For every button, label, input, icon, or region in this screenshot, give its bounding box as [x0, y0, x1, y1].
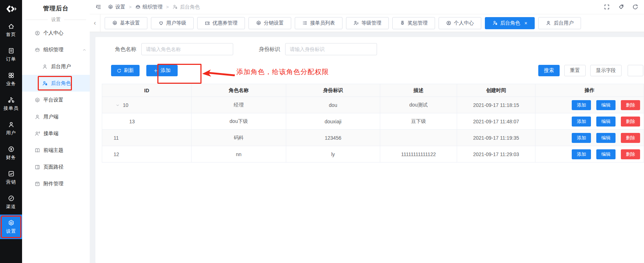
breadcrumb-item[interactable]: 组织管理 > [135, 4, 173, 10]
search-button[interactable]: 搜索 [538, 65, 560, 76]
show-columns-button[interactable]: 显示字段 [590, 65, 622, 76]
sidebar-item[interactable]: 个人中心 [22, 25, 90, 41]
logo-icon [5, 5, 17, 13]
rail-item-label: 订单 [6, 56, 16, 62]
breadcrumb-label: 设置 [115, 4, 125, 10]
row-delete-button[interactable]: 删除 [621, 100, 640, 110]
rail-item[interactable]: 营销 [0, 165, 22, 190]
sidebar-section-divider: 设置 [22, 16, 90, 23]
column-header: 身份标识 [286, 84, 380, 97]
person-icon [35, 114, 40, 120]
sidebar-item[interactable]: 附件管理 [22, 175, 90, 192]
rail-item[interactable]: 接单员 [0, 92, 22, 116]
cell-created-time: 2021-09-17 11:48:07 [457, 113, 535, 130]
rail-item-label: 业务 [6, 81, 16, 87]
breadcrumb: 设置 > 组织管理 > 后台角色 > [108, 4, 200, 10]
table-row: 10 经理 dou dou测试 2021-09-17 11:18:15 添加 编… [102, 97, 644, 113]
pinperson-icon [35, 30, 40, 36]
rail-item[interactable]: 用户 [0, 116, 22, 141]
tab[interactable]: 等级管理 × [346, 17, 389, 29]
annotation-arrow [202, 69, 235, 77]
cell-actions: 添加 编辑 删除 [535, 113, 644, 130]
rail-item[interactable]: 渠道 [0, 190, 22, 215]
breadcrumb-separator: > [129, 4, 132, 10]
refresh-icon[interactable] [632, 4, 638, 10]
tab[interactable]: 优惠券管理 × [197, 17, 245, 29]
badge-icon [354, 20, 359, 26]
rail-item[interactable]: 订单 [0, 42, 22, 67]
row-edit-button[interactable]: 编辑 [596, 117, 616, 127]
tab[interactable]: 接单员列表 × [295, 17, 342, 29]
rail-item[interactable]: 设置 [0, 215, 22, 239]
chart-icon [8, 170, 15, 177]
breadcrumb-item[interactable]: 后台角色 > [172, 4, 200, 10]
cell-actions: 添加 编辑 删除 [535, 97, 644, 113]
add-button[interactable]: 添加 [146, 65, 178, 76]
cell-identity: ly [286, 146, 380, 163]
refresh-button[interactable]: 刷新 [111, 65, 140, 76]
row-delete-button[interactable]: 删除 [621, 117, 640, 127]
divider-line [64, 20, 86, 20]
rail-item[interactable]: 首页 [0, 18, 22, 42]
sidebar-item[interactable]: 后台用户 [22, 58, 90, 75]
row-add-button[interactable]: 添加 [572, 149, 591, 159]
tab[interactable]: 个人中心 × [439, 17, 481, 29]
breadcrumb-item[interactable]: 设置 > [108, 4, 135, 10]
tab[interactable]: 奖惩管理 × [392, 17, 435, 29]
rail-item-label: 首页 [6, 31, 16, 38]
reset-button[interactable]: 重置 [564, 65, 586, 76]
breadcrumb-label: 后台角色 [180, 4, 200, 10]
sidebar-item[interactable]: 组织管理 [22, 41, 90, 58]
column-header: 角色名称 [192, 84, 286, 97]
cell-id: 13 [102, 113, 192, 130]
filter-form: 角色名称 身份标识 [95, 37, 644, 55]
tags-icon[interactable] [618, 4, 624, 10]
row-add-button[interactable]: 添加 [572, 100, 591, 110]
row-delete-button[interactable]: 删除 [621, 149, 640, 159]
tab-label: 后台用户 [554, 20, 574, 26]
tab[interactable]: 基本设置 × [105, 17, 147, 29]
role-name-input[interactable] [141, 43, 233, 55]
truncated-button[interactable] [628, 65, 643, 76]
tab-strip: ‹ 基本设置 × 用户等级 × [90, 14, 644, 32]
row-edit-button[interactable]: 编辑 [596, 100, 616, 110]
cell-role-name: 经理 [192, 97, 286, 113]
row-delete-button[interactable]: 删除 [621, 133, 640, 143]
fullscreen-icon[interactable] [604, 4, 610, 10]
cell-role-name: 码科 [192, 130, 286, 146]
rail-item[interactable]: 财务 [0, 141, 22, 165]
app-logo[interactable] [0, 0, 22, 18]
sidebar-title: 管理后台 [22, 0, 90, 12]
cell-actions: 添加 编辑 删除 [535, 130, 644, 146]
cell-created-time: 2021-09-17 11:19:35 [457, 130, 535, 146]
row-edit-button[interactable]: 编辑 [596, 133, 616, 143]
plus-icon [153, 68, 158, 73]
sidebar-item[interactable]: 平台设置 [22, 92, 90, 108]
personlock-icon [492, 20, 498, 26]
tab[interactable]: 后台用户 × [538, 17, 581, 29]
sidebar-item[interactable]: 用户端 [22, 108, 90, 125]
tab[interactable]: 分销设置 × [248, 17, 291, 29]
tab[interactable]: 后台角色 × [485, 17, 535, 29]
row-edit-button[interactable]: 编辑 [596, 149, 616, 159]
rail-item[interactable]: 业务 [0, 67, 22, 92]
tab[interactable]: 用户等级 × [151, 17, 194, 29]
close-icon[interactable]: × [524, 21, 527, 26]
row-add-button[interactable]: 添加 [572, 133, 591, 143]
sidebar-item[interactable]: 后台角色 [22, 75, 90, 92]
sidebar-item[interactable]: 前端主题 [22, 142, 90, 159]
topbar: 设置 > 组织管理 > 后台角色 > [90, 0, 644, 14]
tab-label: 奖惩管理 [408, 20, 428, 26]
collapse-sidebar-icon[interactable] [95, 4, 101, 10]
identity-input[interactable] [285, 43, 377, 55]
sidebar-item-label: 后台角色 [51, 80, 71, 87]
row-add-button[interactable]: 添加 [572, 117, 591, 127]
breadcrumb-separator: > [166, 4, 169, 10]
cell-identity: dou [286, 97, 380, 113]
expand-caret-icon[interactable] [116, 103, 120, 107]
annotation-text: 添加角色，给该角色分配权限 [236, 67, 329, 77]
sidebar-item[interactable]: 页面路径 [22, 159, 90, 175]
sidebar-item[interactable]: 接单端 [22, 125, 90, 142]
app-rail: 首页 订单 业务 接单员 用户 [0, 0, 22, 263]
tabs-scroll-left-button[interactable]: ‹ [90, 14, 100, 32]
